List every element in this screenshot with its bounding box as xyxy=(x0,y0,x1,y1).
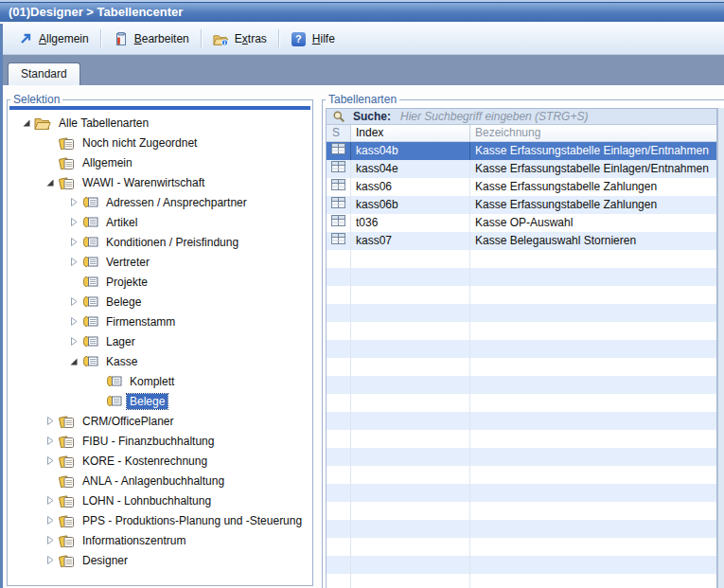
tree-item-label: Konditionen / Preisfindung xyxy=(103,235,241,250)
tree-item-label: Designer xyxy=(79,553,131,568)
tree-item[interactable]: LOHN - Lohnbuchhaltung xyxy=(8,490,312,510)
expand-arrow-icon[interactable] xyxy=(44,495,56,507)
toolbar-separator xyxy=(278,29,279,48)
tree-item-label: Noch nicht Zugeordnet xyxy=(79,135,200,151)
tree-item[interactable]: Informationszentrum xyxy=(8,530,312,550)
tree-item[interactable]: Vertreter xyxy=(8,252,312,272)
card-icon xyxy=(58,414,75,429)
expand-arrow-icon[interactable] xyxy=(68,197,79,208)
column-header-index[interactable]: Index xyxy=(351,125,470,141)
notebook-icon xyxy=(81,275,98,290)
tree-item-label: WAWI - Warenwirtschaft xyxy=(79,175,207,190)
tab-standard[interactable]: Standard xyxy=(8,62,80,85)
status-cell xyxy=(327,358,351,376)
card-icon xyxy=(58,135,75,151)
index-cell xyxy=(351,430,470,448)
bezeichnung-cell xyxy=(470,466,716,484)
tree-indent xyxy=(68,276,79,288)
table-row[interactable]: kass04bKasse Erfassungstabelle Einlagen/… xyxy=(327,142,716,160)
index-cell xyxy=(351,574,470,588)
column-header-s[interactable]: S xyxy=(327,125,351,141)
tree-item-label: Adressen / Ansprechpartner xyxy=(103,195,250,210)
collapse-arrow-icon[interactable] xyxy=(44,177,56,188)
bezeichnung-cell xyxy=(470,520,716,538)
tree-item[interactable]: CRM/OfficePlaner xyxy=(8,411,312,431)
table-row-icon xyxy=(331,232,345,250)
table-row[interactable]: kass06Kasse Erfassungstabelle Zahlungen xyxy=(327,178,716,196)
table-row-empty xyxy=(327,520,716,538)
tree-item[interactable]: Artikel xyxy=(8,212,312,232)
status-cell xyxy=(327,268,351,286)
tree-item[interactable]: Noch nicht Zugeordnet xyxy=(8,133,312,152)
table-row[interactable]: kass04eKasse Erfassungstabelle Einlagen/… xyxy=(327,160,716,178)
table-row-empty xyxy=(327,466,716,484)
expand-arrow-icon[interactable] xyxy=(68,237,79,248)
expand-arrow-icon[interactable] xyxy=(44,555,56,566)
search-input[interactable]: Suche: Hier Suchbegriff eingeben (STRG+S… xyxy=(327,109,716,125)
tree-item[interactable]: Firmenstamm xyxy=(8,312,312,331)
tree-item[interactable]: WAWI - Warenwirtschaft xyxy=(8,172,312,192)
menu-item-allgemein[interactable]: Allgemein xyxy=(8,28,98,49)
toolbar-separator xyxy=(201,29,202,48)
tree-item[interactable]: Komplett xyxy=(8,371,312,391)
status-cell xyxy=(327,376,351,394)
status-cell xyxy=(327,178,351,196)
tree-item-label: CRM/OfficePlaner xyxy=(79,414,176,429)
tree-item[interactable]: Alle Tabellenarten xyxy=(8,113,312,133)
expand-arrow-icon[interactable] xyxy=(44,455,56,467)
tree-item[interactable]: FIBU - Finanzbuchhaltung xyxy=(8,431,312,451)
collapse-arrow-icon[interactable] xyxy=(21,117,32,129)
tree-item[interactable]: Konditionen / Preisfindung xyxy=(8,232,312,252)
expand-arrow-icon[interactable] xyxy=(44,416,56,427)
table-row-empty xyxy=(327,556,716,574)
tree-item[interactable]: KORE - Kostenrechnung xyxy=(8,451,312,471)
table-row[interactable]: t036Kasse OP-Auswahl xyxy=(327,214,716,232)
menu-item-extras[interactable]: Extras xyxy=(203,28,276,49)
card-icon xyxy=(58,533,75,548)
expand-arrow-icon[interactable] xyxy=(68,217,79,228)
tree-item[interactable]: Allgemein xyxy=(8,152,312,172)
table-row[interactable]: kass07Kasse Belegauswahl Stornieren xyxy=(327,232,716,250)
expand-arrow-icon[interactable] xyxy=(68,296,79,308)
tree-item[interactable]: Belege xyxy=(8,292,312,312)
toolbar-separator xyxy=(100,29,101,48)
menu-bar: Allgemein Bearbeiten xyxy=(0,24,724,55)
status-cell xyxy=(327,412,351,430)
bezeichnung-cell: Kasse Erfassungstabelle Zahlungen xyxy=(470,178,716,196)
collapse-arrow-icon[interactable] xyxy=(68,356,79,367)
tree-item-label: PPS - Produktions-Planung und -Steuerung xyxy=(79,513,305,528)
tree-item[interactable]: ANLA - Anlagenbuchhaltung xyxy=(8,471,312,490)
tree-item[interactable]: PPS - Produktions-Planung und -Steuerung xyxy=(8,510,312,530)
window-left-border xyxy=(0,24,3,588)
bezeichnung-cell: Kasse Erfassungstabelle Einlagen/Entnahm… xyxy=(470,160,716,178)
tree-item[interactable]: Belege xyxy=(8,391,312,411)
expand-arrow-icon[interactable] xyxy=(68,257,79,268)
bezeichnung-cell xyxy=(470,376,716,394)
expand-arrow-icon[interactable] xyxy=(44,535,56,546)
column-header-bezeichnung[interactable]: Bezeichnung xyxy=(470,125,716,141)
table-row-empty xyxy=(327,574,716,588)
expand-arrow-icon[interactable] xyxy=(68,316,79,328)
expand-arrow-icon[interactable] xyxy=(44,436,56,447)
menu-item-bearbeiten[interactable]: Bearbeiten xyxy=(103,28,199,49)
tree-item-label: FIBU - Finanzbuchhaltung xyxy=(79,434,217,449)
bezeichnung-cell xyxy=(470,304,716,322)
status-cell xyxy=(327,196,351,214)
vertical-scrollbar-track[interactable] xyxy=(717,108,724,588)
tree-item[interactable]: Adressen / Ansprechpartner xyxy=(8,192,312,212)
status-cell xyxy=(327,538,351,556)
expand-arrow-icon[interactable] xyxy=(68,336,79,347)
tree-item[interactable]: Lager xyxy=(8,331,312,351)
index-cell: kass07 xyxy=(351,232,470,250)
tree-item[interactable]: Designer xyxy=(8,550,312,570)
index-cell: kass06 xyxy=(351,178,470,196)
menu-item-hilfe[interactable]: ? Hilfe xyxy=(281,28,344,49)
selektion-group-label: Selektion xyxy=(10,93,62,106)
tree-item-label: Informationszentrum xyxy=(79,533,188,548)
table-row[interactable]: kass06bKasse Erfassungstabelle Zahlungen xyxy=(327,196,716,214)
table-row-empty xyxy=(327,538,716,556)
bezeichnung-cell xyxy=(470,556,716,574)
expand-arrow-icon[interactable] xyxy=(44,515,56,526)
tree-item[interactable]: Projekte xyxy=(8,272,312,292)
tree-item[interactable]: Kasse xyxy=(8,351,312,371)
